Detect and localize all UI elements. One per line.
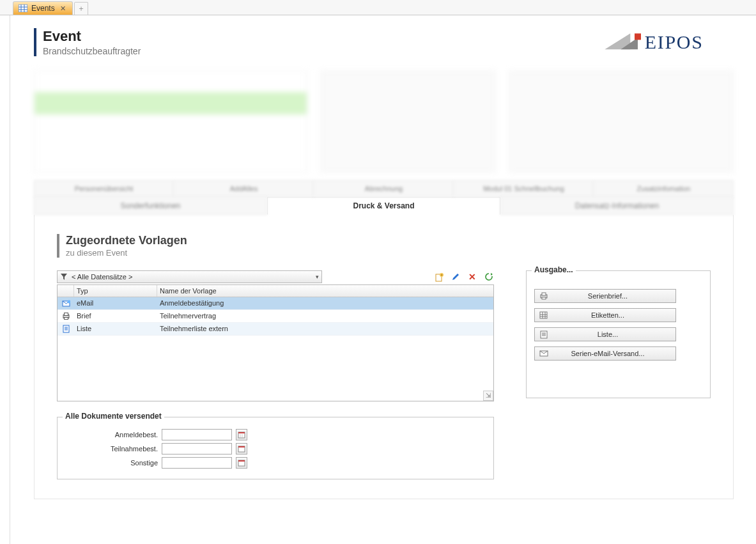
ausgabe-fieldset: Ausgabe... Serienbrief... Etiketten... L… <box>526 270 711 398</box>
svg-marker-9 <box>61 274 67 280</box>
teilnahmebest-datepicker[interactable] <box>236 443 247 455</box>
new-record-button[interactable]: ✶ <box>434 272 444 282</box>
close-icon[interactable]: ✕ <box>59 4 67 13</box>
svg-marker-13 <box>452 274 459 280</box>
section-title: Zugeordnete Vorlagen <box>66 234 711 247</box>
anmeldebest-input[interactable] <box>162 429 232 440</box>
add-tab-button[interactable]: ＋ <box>74 2 88 15</box>
list-icon <box>535 330 553 339</box>
col-name[interactable]: Name der Vorlage <box>157 285 493 297</box>
tab-sonderfunktionen[interactable]: Sonderfunktionen <box>34 197 267 215</box>
tab-label: Events <box>31 4 55 13</box>
vorlagen-table: Typ Name der Vorlage eMailAnmeldebestäti… <box>57 284 494 401</box>
cell-name: Anmeldebestätigung <box>157 297 493 309</box>
tab-druck-versand[interactable]: Druck & Versand <box>267 197 500 215</box>
tab-addalles[interactable]: AddAlles <box>174 180 314 197</box>
tab-zusatz[interactable]: Zusatzinfomation <box>594 180 734 197</box>
svg-text:EIPOS: EIPOS <box>645 31 704 52</box>
gutter <box>0 15 10 544</box>
cell-typ: eMail <box>74 297 157 309</box>
grid-icon <box>535 311 553 319</box>
table-row[interactable]: BriefTeilnehmervertrag <box>58 310 493 323</box>
page-title: Event <box>43 28 141 45</box>
anmeldebest-datepicker[interactable] <box>236 429 247 440</box>
tab-datensatz-info[interactable]: Datensatz-Informationen <box>500 197 734 215</box>
summary-row <box>34 70 734 173</box>
tab-strip: Events ✕ ＋ <box>0 0 756 15</box>
alle-dokumente-fieldset: Alle Dokumente versendet Anmeldebest. Te… <box>57 417 494 479</box>
summary-card-stats <box>509 70 734 173</box>
teilnahmebest-input[interactable] <box>162 443 232 455</box>
svg-rect-0 <box>19 4 27 12</box>
table-icon <box>19 4 27 12</box>
page-subtitle: Brandschutzbeauftragter <box>43 46 141 56</box>
expand-handle[interactable]: ⇲ <box>483 391 493 401</box>
mail-icon <box>535 350 553 357</box>
cell-name: Teilnehmerliste extern <box>157 323 493 335</box>
mail-icon <box>58 297 74 309</box>
summary-card-dates <box>320 70 497 173</box>
filter-text: < Alle Datensätze > <box>72 273 312 281</box>
svg-rect-19 <box>64 318 68 320</box>
svg-marker-14 <box>491 273 493 276</box>
svg-rect-7 <box>635 33 641 40</box>
col-icon[interactable] <box>58 285 74 297</box>
chevron-down-icon: ▾ <box>316 274 319 280</box>
anmeldebest-label: Anmeldebest. <box>65 431 158 439</box>
svg-rect-34 <box>542 297 546 299</box>
alle-dokumente-legend: Alle Dokumente versendet <box>63 412 164 421</box>
svg-rect-33 <box>542 293 546 295</box>
section-subtitle: zu diesem Event <box>66 248 711 258</box>
edit-record-button[interactable] <box>451 272 461 282</box>
cell-typ: Brief <box>74 310 157 322</box>
filter-dropdown[interactable]: < Alle Datensätze > ▾ <box>57 270 322 283</box>
sonstige-input[interactable] <box>162 457 232 469</box>
tab-events[interactable]: Events ✕ <box>13 1 73 15</box>
teilnahmebest-label: Teilnahmebest. <box>65 445 158 453</box>
table-row[interactable]: eMailAnmeldebestätigung <box>58 297 493 310</box>
print-icon <box>58 310 74 322</box>
svg-rect-18 <box>64 313 68 316</box>
svg-rect-35 <box>540 312 547 318</box>
liste-button[interactable]: Liste... <box>534 327 676 341</box>
cell-typ: Liste <box>74 323 157 335</box>
serien-email-button[interactable]: Serien-eMail-Versand... <box>534 346 676 361</box>
serienbrief-button[interactable]: Serienbrief... <box>534 289 676 303</box>
druck-versand-panel: Zugeordnete Vorlagen zu diesem Event < A… <box>34 215 734 499</box>
tab-abrechnung[interactable]: Abrechnung <box>314 180 454 197</box>
delete-record-button[interactable]: ✕ <box>467 272 477 282</box>
tab-modul01[interactable]: Modul 01 Schnellbuchung <box>454 180 594 197</box>
tab-personen[interactable]: Personenübersicht <box>34 180 174 197</box>
ausgabe-legend: Ausgabe... <box>532 265 576 274</box>
cell-name: Teilnehmervertrag <box>157 310 493 322</box>
svg-rect-31 <box>238 460 245 462</box>
print-icon <box>535 292 553 300</box>
svg-rect-25 <box>238 432 245 433</box>
funnel-icon <box>60 273 68 281</box>
col-typ[interactable]: Typ <box>74 285 157 297</box>
section-tabs-top: Personenübersicht AddAlles Abrechnung Mo… <box>34 180 734 197</box>
list-icon <box>58 323 74 335</box>
svg-text:✶: ✶ <box>440 273 443 277</box>
summary-card-general <box>34 70 307 173</box>
refresh-button[interactable] <box>484 272 494 282</box>
page-header: Event Brandschutzbeauftragter EIPOS <box>34 28 734 56</box>
logo: EIPOS <box>593 28 734 54</box>
sonstige-datepicker[interactable] <box>236 457 247 469</box>
section-tabs-bottom: Sonderfunktionen Druck & Versand Datensa… <box>34 197 734 215</box>
table-row[interactable]: ListeTeilnehmerliste extern <box>58 323 493 336</box>
sonstige-label: Sonstige <box>65 459 158 467</box>
svg-rect-29 <box>238 446 245 447</box>
etiketten-button[interactable]: Etiketten... <box>534 308 676 322</box>
